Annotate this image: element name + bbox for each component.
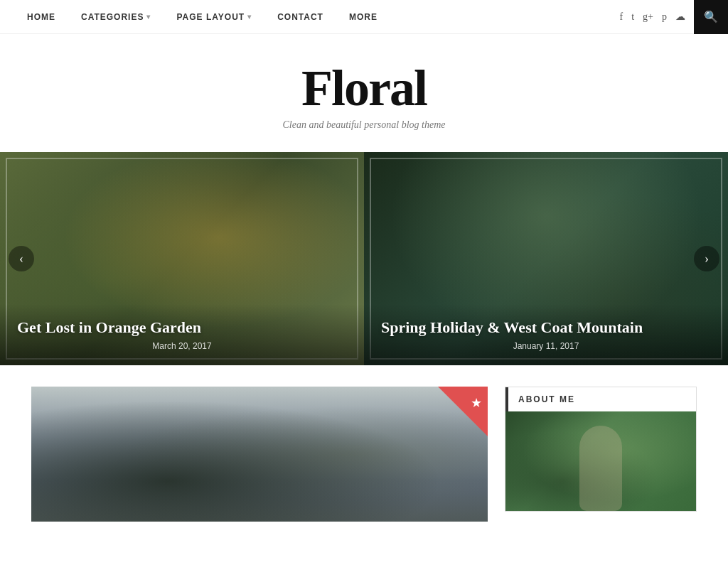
slide-2[interactable]: Spring Holiday & West Coat Mountain Janu… xyxy=(364,152,728,365)
facebook-icon[interactable]: f xyxy=(620,11,623,23)
chevron-down-icon: ▾ xyxy=(247,13,252,21)
nav-contact[interactable]: CONTACT xyxy=(264,0,336,34)
soundcloud-icon[interactable]: ☁ xyxy=(675,11,685,23)
slide-2-date: January 11, 2017 xyxy=(381,341,711,351)
featured-slider: ‹ Get Lost in Orange Garden March 20, 20… xyxy=(0,152,728,365)
pinterest-icon[interactable]: p xyxy=(662,11,667,23)
posts-column: ★ xyxy=(31,387,488,522)
slider-next-button[interactable]: › xyxy=(694,246,719,271)
main-content: ★ ABOUT ME xyxy=(0,365,728,543)
search-button[interactable]: 🔍 xyxy=(694,0,728,34)
slide-2-title: Spring Holiday & West Coat Mountain xyxy=(381,318,711,337)
nav-home[interactable]: HOME xyxy=(14,0,68,34)
site-header: Floral Clean and beautiful personal blog… xyxy=(0,34,728,152)
star-icon: ★ xyxy=(471,395,482,411)
featured-post-image xyxy=(31,387,488,522)
slide-1[interactable]: Get Lost in Orange Garden March 20, 2017 xyxy=(0,152,364,365)
slide-1-title: Get Lost in Orange Garden xyxy=(17,318,347,337)
slide-1-overlay: Get Lost in Orange Garden March 20, 2017 xyxy=(0,304,364,365)
chevron-down-icon: ▾ xyxy=(146,13,151,21)
slide-2-overlay: Spring Holiday & West Coat Mountain Janu… xyxy=(364,304,728,365)
google-plus-icon[interactable]: g+ xyxy=(643,11,653,23)
about-me-image xyxy=(505,411,696,511)
site-title: Floral xyxy=(14,63,714,114)
site-tagline: Clean and beautiful personal blog theme xyxy=(14,119,714,131)
nav-more[interactable]: MORE xyxy=(336,0,390,34)
social-links: f t g+ p ☁ xyxy=(620,11,685,23)
chevron-left-icon: ‹ xyxy=(19,252,23,266)
about-me-widget: ABOUT ME xyxy=(505,387,697,512)
featured-post[interactable]: ★ xyxy=(31,387,488,522)
slide-1-date: March 20, 2017 xyxy=(17,341,347,351)
nav-categories[interactable]: CATEGORIES ▾ xyxy=(68,0,164,34)
slider-prev-button[interactable]: ‹ xyxy=(9,246,34,271)
search-icon: 🔍 xyxy=(704,10,718,23)
nav-page-layout[interactable]: PAGE LAYOUT ▾ xyxy=(164,0,264,34)
chevron-right-icon: › xyxy=(705,252,709,266)
featured-badge: ★ xyxy=(438,387,488,436)
main-nav: HOME CATEGORIES ▾ PAGE LAYOUT ▾ CONTACT … xyxy=(0,0,728,34)
twitter-icon[interactable]: t xyxy=(631,11,634,23)
sidebar: ABOUT ME xyxy=(505,387,697,522)
about-me-heading: ABOUT ME xyxy=(505,387,696,411)
nav-links: HOME CATEGORIES ▾ PAGE LAYOUT ▾ CONTACT … xyxy=(14,0,620,34)
